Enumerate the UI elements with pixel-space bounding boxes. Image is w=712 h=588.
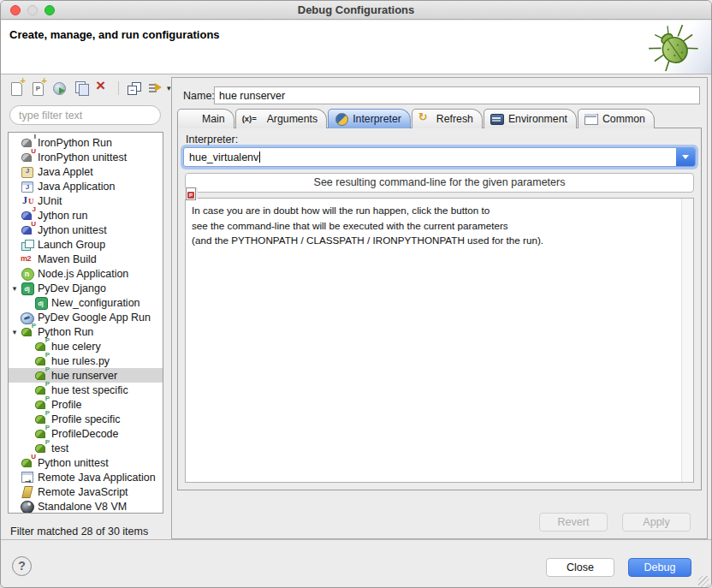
tree-item-label: ProfileDecode bbox=[51, 428, 119, 440]
tree-item-label: Jython unittest bbox=[38, 224, 107, 236]
pydev-django-icon bbox=[21, 282, 34, 294]
configurations-toolbar: ▾ bbox=[9, 80, 171, 97]
expanded-twisty-icon[interactable]: ▾ bbox=[9, 284, 21, 293]
tree-item[interactable]: Jython unittest bbox=[9, 223, 163, 237]
tree-item[interactable]: hue test specific bbox=[9, 383, 163, 397]
configuration-detail-panel: Name: MainArgumentsInterpreterRefreshEnv… bbox=[171, 77, 708, 539]
tree-item-label: hue test specific bbox=[51, 384, 128, 396]
tab-interpreter[interactable]: Interpreter bbox=[328, 109, 411, 128]
tree-item-label: Java Application bbox=[38, 181, 115, 193]
ironpython-unittest-icon bbox=[21, 151, 34, 163]
new-prototype-icon[interactable] bbox=[31, 80, 46, 96]
maven-build-icon bbox=[21, 252, 34, 265]
export-configurations-icon[interactable] bbox=[52, 80, 68, 96]
python-run-icon bbox=[34, 442, 48, 454]
launch-group-icon bbox=[21, 238, 34, 251]
interpreter-label: Interpreter: bbox=[186, 134, 238, 146]
chevron-down-icon[interactable] bbox=[676, 148, 695, 166]
tree-item[interactable]: ProfileDecode bbox=[9, 426, 163, 441]
close-button[interactable]: Close bbox=[546, 558, 614, 577]
tree-item[interactable]: New_configuration bbox=[9, 295, 163, 310]
help-button[interactable]: ? bbox=[12, 556, 32, 576]
tab-label: Environment bbox=[508, 113, 567, 125]
tree-item[interactable]: Remote JavaScript bbox=[9, 484, 163, 499]
tree-item[interactable]: Java Application bbox=[9, 179, 163, 193]
tab-refresh[interactable]: Refresh bbox=[412, 109, 483, 128]
nodejs-application-icon bbox=[21, 267, 34, 280]
interpreter-tab-icon bbox=[335, 113, 348, 125]
main-tab-icon bbox=[184, 187, 198, 199]
tree-item[interactable]: Standalone V8 VM bbox=[9, 499, 163, 514]
expanded-twisty-icon[interactable]: ▾ bbox=[9, 328, 21, 336]
duplicate-icon[interactable] bbox=[74, 80, 89, 96]
configurations-tree[interactable]: IronPython RunIronPython unittestJava Ap… bbox=[8, 132, 163, 514]
tab-label: Interpreter bbox=[353, 113, 401, 125]
tree-item-label: JUnit bbox=[38, 195, 62, 207]
info-scrollbar[interactable] bbox=[681, 199, 693, 482]
python-unittest-icon bbox=[21, 456, 34, 469]
tree-item-label: PyDev Google App Run bbox=[38, 312, 151, 324]
tree-item-label: Python unittest bbox=[38, 457, 109, 469]
tree-item-label: Maven Build bbox=[38, 253, 97, 265]
filter-input[interactable] bbox=[9, 105, 161, 125]
main-content: ▾ IronPython RunIronPython unittestJava … bbox=[1, 75, 711, 539]
tree-item[interactable]: hue rules.py bbox=[9, 353, 163, 368]
tree-item[interactable]: hue celery bbox=[9, 339, 163, 353]
interpreter-combobox[interactable]: hue_virtualenv bbox=[183, 147, 696, 167]
tree-item[interactable]: Remote Java Application bbox=[9, 470, 163, 484]
tree-item[interactable]: Python unittest bbox=[9, 455, 163, 470]
title-bar[interactable]: Debug Configurations bbox=[1, 1, 711, 20]
tree-item-label: Remote JavaScript bbox=[38, 486, 128, 498]
tab-label: Refresh bbox=[436, 113, 473, 125]
tree-item[interactable]: hue runserver bbox=[9, 368, 163, 383]
tree-item[interactable]: ▾PyDev Django bbox=[9, 281, 163, 295]
collapse-all-icon[interactable] bbox=[127, 80, 142, 96]
name-label: Name: bbox=[183, 90, 215, 102]
tree-item[interactable]: IronPython unittest bbox=[9, 150, 163, 164]
tree-item[interactable]: Profile specific bbox=[9, 412, 163, 426]
dialog-button-bar: ? Close Debug bbox=[1, 539, 711, 588]
tree-item[interactable]: Launch Group bbox=[9, 237, 163, 252]
tree-item-label: Standalone V8 VM bbox=[38, 501, 127, 513]
python-run-icon bbox=[21, 325, 34, 338]
jython-unittest-icon bbox=[21, 223, 34, 236]
tree-item-label: hue rules.py bbox=[51, 355, 110, 367]
tree-item-label: IronPython unittest bbox=[38, 151, 127, 163]
debug-configurations-dialog: Debug Configurations Create, manage, and… bbox=[0, 0, 712, 588]
tree-item-label: Profile specific bbox=[51, 413, 121, 425]
see-command-line-button[interactable]: See resulting command-line for the given… bbox=[185, 173, 694, 193]
text-caret bbox=[259, 151, 260, 163]
tree-item-label: New_configuration bbox=[51, 297, 140, 309]
debug-button[interactable]: Debug bbox=[628, 558, 691, 577]
delete-icon[interactable] bbox=[95, 80, 110, 96]
config-tab-bar: MainArgumentsInterpreterRefreshEnvironme… bbox=[177, 109, 702, 128]
page-title: Create, manage, and run configurations bbox=[9, 28, 220, 41]
tab-content-area: Interpreter: hue_virtualenv See resultin… bbox=[177, 128, 702, 490]
debug-beetle-icon bbox=[636, 21, 711, 74]
dropdown-caret-icon[interactable]: ▾ bbox=[167, 84, 171, 92]
toolbar-separator bbox=[118, 81, 119, 95]
resize-grip[interactable] bbox=[698, 576, 709, 587]
window-title: Debug Configurations bbox=[1, 3, 711, 16]
java-application-icon bbox=[21, 180, 34, 193]
tree-item-label: Launch Group bbox=[38, 239, 105, 251]
filter-configurations-icon[interactable] bbox=[148, 80, 163, 96]
apply-button[interactable]: Apply bbox=[622, 513, 691, 532]
tab-environment[interactable]: Environment bbox=[484, 109, 577, 128]
tab-main[interactable]: Main bbox=[177, 109, 234, 128]
tree-item[interactable]: ▾Python Run bbox=[9, 324, 163, 339]
new-configuration-icon[interactable] bbox=[9, 80, 25, 96]
revert-button[interactable]: Revert bbox=[539, 513, 608, 532]
name-input[interactable] bbox=[214, 86, 700, 104]
tree-item[interactable]: Java Applet bbox=[9, 164, 163, 179]
tree-item[interactable]: Profile bbox=[9, 397, 163, 412]
tree-item-label: PyDev Django bbox=[38, 282, 106, 294]
tab-common[interactable]: Common bbox=[578, 109, 655, 128]
interpreter-value: hue_virtualenv bbox=[184, 151, 676, 163]
tree-item-label: Jython run bbox=[38, 210, 87, 222]
tree-item-label: hue celery bbox=[51, 341, 101, 353]
tree-item[interactable]: Maven Build bbox=[9, 252, 163, 266]
tab-arguments[interactable]: Arguments bbox=[235, 109, 327, 128]
common-tab-icon bbox=[584, 113, 598, 125]
tree-item[interactable]: Node.js Application bbox=[9, 266, 163, 281]
